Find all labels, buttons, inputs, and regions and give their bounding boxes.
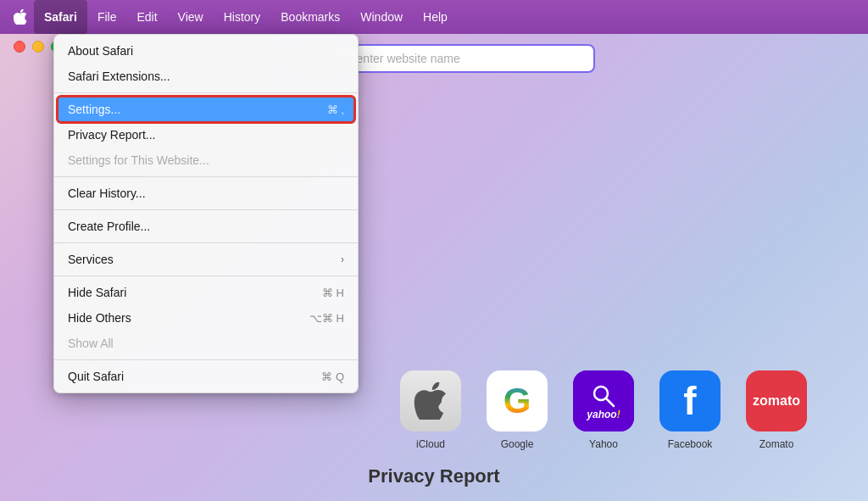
bookmark-facebook-icon: f <box>659 370 721 431</box>
menu-item-about-safari[interactable]: About Safari <box>54 38 358 64</box>
menubar-help[interactable]: Help <box>413 0 458 34</box>
bookmark-zomato-icon: zomato <box>746 370 807 431</box>
menu-item-show-all[interactable]: Show All <box>54 331 358 356</box>
menubar-history[interactable]: History <box>214 0 271 34</box>
separator-6 <box>54 359 358 360</box>
bookmark-google-label: Google <box>501 438 534 450</box>
bookmark-google-icon: G <box>487 370 548 431</box>
bookmark-yahoo-icon: yahoo! <box>573 370 634 431</box>
bookmark-apple-icon <box>400 370 461 431</box>
menu-item-clear-history[interactable]: Clear History... <box>54 181 358 206</box>
separator-3 <box>54 209 358 210</box>
menubar-edit[interactable]: Edit <box>126 0 167 34</box>
separator-4 <box>54 242 358 243</box>
safari-menu-dropdown: About Safari Safari Extensions... Settin… <box>53 34 359 393</box>
menubar-safari[interactable]: Safari <box>34 0 87 34</box>
menubar: Safari File Edit View History Bookmarks … <box>0 0 868 34</box>
menubar-file[interactable]: File <box>87 0 127 34</box>
bookmark-zomato-label: Zomato <box>760 438 794 450</box>
bookmark-zomato[interactable]: zomato Zomato <box>746 370 807 450</box>
menu-item-quit-safari[interactable]: Quit Safari ⌘ Q <box>54 364 358 389</box>
menu-item-services[interactable]: Services › <box>54 247 358 272</box>
separator-1 <box>54 92 358 93</box>
menu-item-privacy-report[interactable]: Privacy Report... <box>54 122 358 148</box>
menu-item-hide-others[interactable]: Hide Others ⌥⌘ H <box>54 305 358 331</box>
bookmark-facebook-label: Facebook <box>668 438 713 450</box>
privacy-report-heading: Privacy Report <box>368 465 499 487</box>
separator-2 <box>54 176 358 177</box>
menubar-bookmarks[interactable]: Bookmarks <box>270 0 350 34</box>
bookmark-yahoo[interactable]: yahoo! Yahoo <box>573 370 634 450</box>
apple-menu-icon[interactable] <box>7 0 34 34</box>
bookmark-apple[interactable]: iCloud <box>400 370 461 450</box>
minimize-button[interactable] <box>32 41 44 53</box>
menubar-view[interactable]: View <box>168 0 214 34</box>
bookmarks-area: iCloud G Google yahoo! Yahoo f Face <box>356 370 851 450</box>
separator-5 <box>54 276 358 276</box>
bookmark-facebook[interactable]: f Facebook <box>659 370 721 450</box>
close-button[interactable] <box>14 41 25 53</box>
submenu-arrow-icon: › <box>341 253 344 265</box>
menu-item-settings-website[interactable]: Settings for This Website... <box>54 148 358 173</box>
svg-line-3 <box>606 398 614 406</box>
bookmark-yahoo-label: Yahoo <box>589 438 618 450</box>
menu-item-settings[interactable]: Settings... ⌘ , <box>58 97 354 122</box>
menu-item-hide-safari[interactable]: Hide Safari ⌘ H <box>54 280 358 305</box>
menubar-window[interactable]: Window <box>350 0 413 34</box>
bookmark-google[interactable]: G Google <box>487 370 548 450</box>
bookmark-apple-label: iCloud <box>416 438 445 450</box>
menu-item-create-profile[interactable]: Create Profile... <box>54 214 358 239</box>
menu-item-safari-extensions[interactable]: Safari Extensions... <box>54 64 358 89</box>
